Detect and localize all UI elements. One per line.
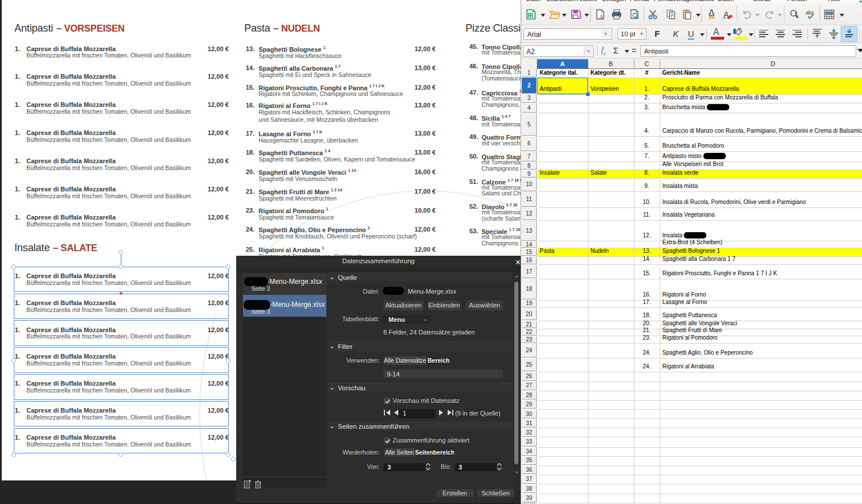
svg-text:d: d: [796, 14, 798, 18]
svg-text:A: A: [599, 14, 603, 20]
